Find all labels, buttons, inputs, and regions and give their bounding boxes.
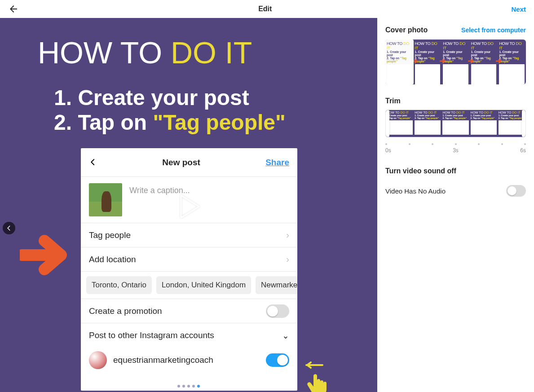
trim-strip[interactable]: HOW TO DO IT1. Create your post2. Tap on… [385, 110, 526, 137]
post-thumbnail [89, 183, 122, 216]
cover-frame-selected[interactable]: HOW TO DO IT 1. Create your post 2. Tap … [385, 40, 414, 84]
audio-section: Turn video sound off [385, 167, 526, 175]
location-chip: Toronto, Ontario [86, 276, 152, 294]
cover-photo-header: Cover photo Select from computer [385, 26, 526, 34]
trim-handle-left[interactable] [386, 110, 389, 137]
tick-start: 0s [385, 147, 391, 154]
trim-handle-right[interactable] [522, 110, 525, 137]
phone-header: New post Share [81, 148, 297, 177]
location-chips: Toronto, Ontario London, United Kingdom … [81, 272, 297, 299]
phone-row-create-promo: Create a promotion [81, 299, 297, 323]
dot [187, 385, 190, 388]
select-from-computer-link[interactable]: Select from computer [461, 26, 526, 34]
audio-title: Turn video sound off [385, 167, 456, 175]
hand-pointer-icon [305, 361, 332, 392]
main-content: HOW TO DO IT 1. Create your post 2. Tap … [0, 18, 534, 392]
sidebar: Cover photo Select from computer HOW TO … [377, 18, 534, 392]
phone-title: New post [162, 158, 200, 167]
audio-status: Video Has No Audio [385, 187, 446, 195]
dot [182, 385, 185, 388]
previous-slide-button[interactable] [3, 222, 15, 234]
tick-end: 6s [520, 147, 526, 154]
cover-photo-label: Cover photo [385, 26, 428, 34]
toggle-switch-off [266, 304, 289, 318]
phone-row-tag-people: Tag people › [81, 223, 297, 247]
phone-mockup: New post Share Write a caption... Tag pe… [81, 148, 297, 391]
trim-section: Trim HOW TO DO IT1. Create your post2. T… [385, 97, 526, 150]
arrow-right-icon [20, 233, 74, 279]
phone-row-add-location: Add location › [81, 247, 297, 272]
chevron-right-icon: › [286, 230, 289, 240]
slide-headline: HOW TO DO IT [38, 35, 252, 70]
cover-frame[interactable]: HOW TO DO IT 1. Create your post 2. Tap … [441, 40, 470, 84]
carousel-dots [177, 385, 200, 388]
dot [192, 385, 195, 388]
page-title: Edit [258, 5, 272, 13]
toggle-switch-on [266, 353, 289, 367]
dot-active [197, 385, 200, 388]
avatar [89, 351, 107, 369]
chevron-right-icon: › [286, 254, 289, 264]
cover-frame[interactable]: HOW TO DO IT 1. Create your post 2. Tap … [498, 40, 526, 84]
cover-frame[interactable]: HOW TO DO IT 1. Create your post 2. Tap … [414, 40, 442, 84]
dot [177, 385, 180, 388]
location-chip: Newmarket, [256, 276, 297, 294]
account-handle: equestrianmarketingcoach [113, 355, 213, 365]
tick-mid: 3s [453, 147, 459, 154]
play-icon[interactable] [171, 189, 207, 225]
chevron-left-icon [89, 156, 97, 169]
video-preview[interactable]: HOW TO DO IT 1. Create your post 2. Tap … [0, 18, 377, 392]
cover-photo-strip[interactable]: HOW TO DO IT 1. Create your post 2. Tap … [385, 40, 526, 84]
back-arrow-icon[interactable] [8, 4, 19, 14]
topbar: Edit Next [0, 0, 534, 18]
trim-ticks: 0s 3s 6s [385, 142, 526, 150]
audio-toggle[interactable] [506, 185, 526, 197]
chevron-down-icon: ⌄ [282, 330, 289, 341]
slide-steps: 1. Create your post 2. Tap on "Tag peopl… [54, 85, 286, 135]
location-chip: London, United Kingdom [156, 276, 251, 294]
phone-row-post-other: Post to other Instagram accounts ⌄ [81, 323, 297, 348]
phone-share: Share [265, 158, 289, 167]
phone-account-row: equestrianmarketingcoach [81, 348, 297, 374]
audio-status-row: Video Has No Audio [385, 185, 526, 197]
cover-frame[interactable]: HOW TO DO IT 1. Create your post 2. Tap … [470, 40, 498, 84]
trim-label: Trim [385, 97, 526, 105]
next-button[interactable]: Next [511, 5, 526, 13]
